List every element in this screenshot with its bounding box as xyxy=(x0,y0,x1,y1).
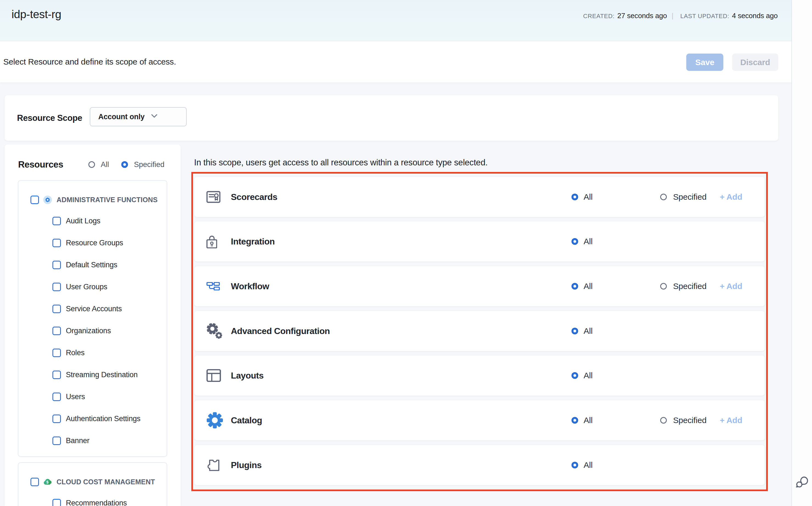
resource-item-label: Default Settings xyxy=(66,261,117,269)
resource-type-row-catalog: Catalog All Specified + Add xyxy=(194,400,765,440)
radio-specified[interactable] xyxy=(660,283,667,289)
resource-item-label: User Groups xyxy=(66,283,107,291)
resource-item-checkbox[interactable] xyxy=(53,349,61,357)
add-button[interactable]: + Add xyxy=(720,416,742,425)
resource-item-label: Roles xyxy=(66,349,85,357)
resource-type-label: Catalog xyxy=(231,415,262,425)
radio-all[interactable] xyxy=(572,462,578,469)
resource-type-row-workflow: Workflow All Specified + Add xyxy=(194,266,765,306)
radio-all-label: All xyxy=(584,416,593,425)
resource-item-label: Recommendations xyxy=(66,499,127,506)
resource-item-label: Organizations xyxy=(66,327,111,335)
resource-item-row: Banner xyxy=(18,430,167,451)
radio-group-specified: Specified xyxy=(660,281,707,291)
resource-type-row-scorecards: Scorecards All Specified + Add xyxy=(194,177,765,217)
radio-specified-label: Specified xyxy=(673,281,707,291)
cloud-cost-icon-badge xyxy=(43,478,52,486)
resource-item-row: Streaming Destination xyxy=(18,364,167,386)
resource-item-checkbox[interactable] xyxy=(53,283,61,291)
group-checkbox[interactable] xyxy=(30,195,39,204)
resource-type-label: Scorecards xyxy=(231,192,277,202)
integration-lock-icon xyxy=(206,235,217,249)
scorecard-icon xyxy=(206,191,220,203)
radio-all[interactable] xyxy=(572,372,578,379)
resource-item-label: Banner xyxy=(66,436,90,445)
integration-lock-icon xyxy=(206,235,217,249)
radio-all-label: All xyxy=(584,281,593,291)
scorecard-icon xyxy=(206,191,220,203)
page-title: idp-test-rg xyxy=(11,8,61,20)
resource-type-row-plugins: Plugins All xyxy=(194,445,765,485)
created-label: CREATED: xyxy=(583,13,614,20)
resource-type-label: Workflow xyxy=(231,281,269,291)
resources-panel: Resources All Specified ADMINISTRATIVE F… xyxy=(5,145,181,506)
resource-item-checkbox[interactable] xyxy=(53,370,61,379)
help-chat-icon[interactable] xyxy=(796,476,809,489)
radio-all-label: All xyxy=(584,192,593,202)
page-header: idp-test-rg CREATED: 27 seconds ago | LA… xyxy=(0,0,791,41)
add-button[interactable]: + Add xyxy=(720,281,742,291)
resource-item-label: Authentication Settings xyxy=(66,415,140,423)
discard-button[interactable]: Discard xyxy=(732,54,778,71)
radio-group-all: All xyxy=(572,460,593,470)
save-button[interactable]: Save xyxy=(686,54,723,71)
radio-specified[interactable] xyxy=(660,194,667,200)
resource-type-row-layouts: Layouts All xyxy=(194,355,765,396)
resource-type-row-advanced-configuration: Advanced Configuration All xyxy=(194,311,765,351)
radio-group-all: All xyxy=(572,416,593,425)
resources-radio-specified[interactable] xyxy=(121,161,128,168)
radio-all[interactable] xyxy=(572,328,578,334)
resource-item-checkbox[interactable] xyxy=(53,239,61,247)
resource-type-label: Advanced Configuration xyxy=(231,326,330,336)
resource-item-row: Resource Groups xyxy=(18,232,167,254)
last-updated-value: 4 seconds ago xyxy=(732,11,778,20)
radio-all[interactable] xyxy=(572,238,578,245)
radio-all-label: All xyxy=(584,326,593,336)
radio-specified[interactable] xyxy=(660,417,667,424)
resource-item-label: Audit Logs xyxy=(66,217,100,225)
toolbar-instruction: Select Resource and define its scope of … xyxy=(3,41,176,82)
plugins-puzzle-icon xyxy=(206,458,220,472)
scope-note: In this scope, users get access to all r… xyxy=(194,157,488,168)
catalog-gear-icon xyxy=(206,412,223,429)
group-checkbox[interactable] xyxy=(30,478,39,486)
resource-item-checkbox[interactable] xyxy=(53,327,61,335)
radio-specified-label: Specified xyxy=(673,416,707,425)
resource-item-checkbox[interactable] xyxy=(53,393,61,401)
resource-scope-value: Account only xyxy=(98,108,145,126)
radio-group-all: All xyxy=(572,281,593,291)
resource-type-label: Plugins xyxy=(231,460,262,470)
resources-radio-specified-label: Specified xyxy=(134,160,165,169)
resource-item-label: Resource Groups xyxy=(66,239,123,247)
resource-item-row: Default Settings xyxy=(18,254,167,276)
page-meta: CREATED: 27 seconds ago | LAST UPDATED: … xyxy=(583,11,778,20)
resource-scope-card: Resource Scope Account only xyxy=(5,95,778,141)
resource-item-checkbox[interactable] xyxy=(53,499,61,506)
group-label: ADMINISTRATIVE FUNCTIONS xyxy=(57,196,158,204)
group-items: Recommendations xyxy=(18,492,167,506)
radio-group-all: All xyxy=(572,326,593,336)
resource-item-checkbox[interactable] xyxy=(53,261,61,269)
resource-item-checkbox[interactable] xyxy=(53,305,61,313)
admin-functions-icon-badge xyxy=(43,195,52,204)
radio-all[interactable] xyxy=(572,417,578,424)
radio-all[interactable] xyxy=(572,194,578,200)
resource-item-checkbox[interactable] xyxy=(53,217,61,225)
resources-radio-all[interactable] xyxy=(88,161,95,168)
resource-item-checkbox[interactable] xyxy=(53,415,61,423)
resource-item-row: User Groups xyxy=(18,276,167,298)
catalog-gear-icon xyxy=(206,412,223,429)
workflow-icon xyxy=(206,282,220,290)
group-items: Audit Logs Resource Groups Default Setti… xyxy=(18,210,167,451)
last-updated-label: LAST UPDATED: xyxy=(680,13,729,20)
created-value: 27 seconds ago xyxy=(617,11,667,20)
add-button[interactable]: + Add xyxy=(720,192,742,202)
resource-item-row: Authentication Settings xyxy=(18,408,167,430)
toolbar: Select Resource and define its scope of … xyxy=(0,41,791,82)
radio-group-specified: Specified xyxy=(660,416,707,425)
plugins-puzzle-icon xyxy=(206,458,220,472)
resource-scope-select[interactable]: Account only xyxy=(90,107,187,126)
radio-all[interactable] xyxy=(572,283,578,289)
resource-item-row: Organizations xyxy=(18,320,167,342)
resource-item-checkbox[interactable] xyxy=(53,436,61,445)
